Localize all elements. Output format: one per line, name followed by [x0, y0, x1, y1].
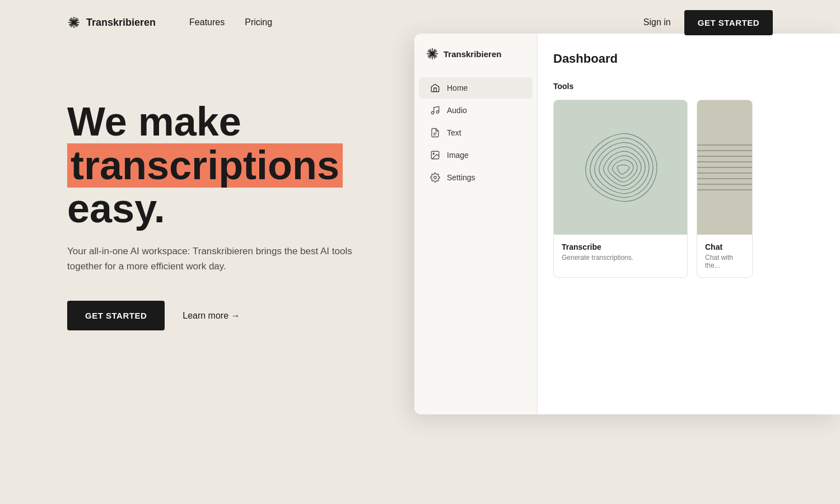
hero-subtitle: Your all-in-one AI workspace: Transkribi… — [67, 244, 358, 274]
mockup-sidebar: Transkribieren Home Audio — [414, 34, 538, 414]
transcribe-card-title: Transcribe — [562, 242, 679, 251]
sidebar-item-text[interactable]: Text — [419, 122, 533, 143]
chat-card-body: Chat Chat with the... — [697, 235, 752, 277]
dashboard-mockup: Transkribieren Home Audio — [414, 34, 840, 414]
hero-actions: GET STARTED Learn more → — [67, 301, 426, 330]
wave-art-svg — [570, 117, 671, 218]
brand-logo[interactable]: Transkribieren — [67, 16, 156, 29]
sidebar-item-home[interactable]: Home — [419, 77, 533, 99]
transcribe-card-desc: Generate transcriptions. — [562, 254, 679, 262]
tool-card-transcribe[interactable]: Transcribe Generate transcriptions. — [553, 100, 688, 278]
sign-in-link[interactable]: Sign in — [643, 17, 671, 27]
nav-right: Sign in GET STARTED — [643, 10, 773, 35]
tools-grid: Transcribe Generate transcriptions. — [553, 100, 824, 278]
mockup-main: Dashboard Tools — [538, 34, 840, 414]
sidebar-label-home: Home — [447, 83, 468, 92]
navigation: Transkribieren Features Pricing Sign in … — [0, 0, 840, 45]
chat-card-image — [697, 100, 752, 235]
sidebar-label-image: Image — [447, 151, 469, 160]
mockup-brand: Transkribieren — [414, 47, 537, 76]
mockup-brand-name: Transkribieren — [444, 49, 501, 59]
logo-icon — [67, 16, 81, 29]
nav-features[interactable]: Features — [189, 17, 225, 27]
nav-links: Features Pricing — [189, 17, 272, 27]
hero-title: We make transcriptions easy. — [67, 101, 426, 230]
tools-section-title: Tools — [553, 82, 824, 91]
settings-icon — [430, 172, 440, 183]
chat-art-svg — [697, 117, 752, 218]
tool-card-chat[interactable]: Chat Chat with the... — [697, 100, 753, 278]
home-icon — [430, 83, 440, 93]
audio-icon — [430, 105, 440, 115]
sidebar-label-settings: Settings — [447, 173, 475, 182]
hero-get-started-button[interactable]: GET STARTED — [67, 301, 165, 330]
dashboard-title: Dashboard — [553, 52, 824, 66]
transcribe-card-body: Transcribe Generate transcriptions. — [554, 235, 687, 269]
nav-get-started-button[interactable]: GET STARTED — [684, 10, 773, 35]
transcribe-card-image — [554, 100, 687, 235]
sidebar-item-audio[interactable]: Audio — [419, 100, 533, 121]
sidebar-label-audio: Audio — [447, 106, 467, 115]
svg-point-21 — [433, 153, 434, 154]
hero-line1: We make — [67, 99, 241, 144]
chat-card-desc: Chat with the... — [705, 254, 744, 269]
hero-highlight: transcriptions — [67, 143, 343, 188]
chat-card-title: Chat — [705, 242, 744, 251]
svg-point-22 — [434, 176, 437, 179]
svg-point-17 — [436, 111, 439, 114]
brand-name: Transkribieren — [86, 17, 156, 29]
svg-point-16 — [431, 111, 434, 114]
hero-content: We make transcriptions easy. Your all-in… — [67, 78, 426, 330]
learn-more-link[interactable]: Learn more → — [183, 311, 240, 321]
sidebar-item-settings[interactable]: Settings — [419, 167, 533, 188]
text-icon — [430, 128, 440, 138]
hero-line3: easy. — [67, 186, 165, 231]
sidebar-label-text: Text — [447, 128, 461, 137]
image-icon — [430, 150, 440, 160]
sidebar-item-image[interactable]: Image — [419, 144, 533, 166]
nav-pricing[interactable]: Pricing — [245, 17, 272, 27]
mockup-logo-icon — [426, 47, 439, 60]
